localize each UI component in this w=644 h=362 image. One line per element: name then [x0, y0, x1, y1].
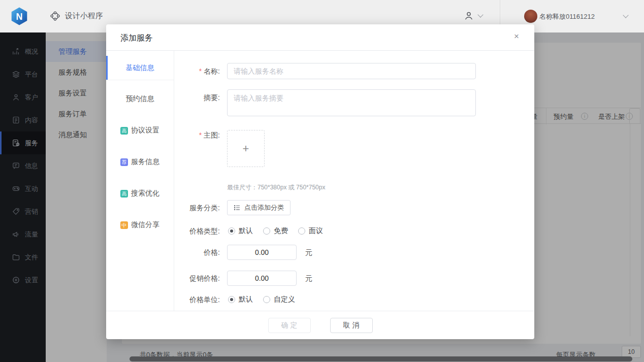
name-input[interactable]: [227, 63, 476, 79]
app: N 设计小程序 名称释放01161212: [0, 0, 644, 362]
list-icon: [234, 204, 241, 211]
account-menu[interactable]: [463, 10, 482, 21]
price-type-label: 价格类型:: [123, 223, 220, 239]
price-type-radio-group: 默认 免费 面议: [228, 223, 323, 239]
image-size-hint: 最佳尺寸：750*380px 或 750*750px: [227, 183, 325, 192]
tab-service-info[interactable]: 荐 服务信息: [106, 150, 174, 174]
radio-dot-icon: [228, 296, 235, 303]
name-label: *名称:: [123, 63, 220, 79]
user-avatar[interactable]: [524, 10, 537, 23]
price-input[interactable]: [227, 245, 297, 260]
price-label: 价格:: [123, 244, 220, 260]
tab-badge: 荐: [120, 158, 128, 166]
radio-dot-icon: [263, 227, 270, 235]
svg-text:N: N: [16, 12, 23, 22]
add-service-modal: 添加服务 × 基础信息 预约信息 高 协议设置 荐 服务信息 高 搜索优化: [106, 24, 534, 339]
add-category-label: 点击添加分类: [244, 203, 284, 212]
required-asterisk: *: [199, 67, 202, 75]
tab-label: 搜索优化: [131, 189, 159, 198]
category-label: 服务分类:: [123, 200, 220, 216]
image-upload-box[interactable]: +: [227, 130, 265, 167]
radio-price-default[interactable]: 默认: [228, 226, 253, 236]
price-unit-yuan: 元: [305, 245, 312, 260]
brand-logo-icon[interactable]: N: [10, 7, 29, 26]
tab-label: 服务信息: [131, 157, 159, 167]
promo-price-input[interactable]: [227, 271, 297, 286]
price-unit-radio-group: 默认 自定义: [228, 291, 295, 308]
radio-unit-custom[interactable]: 自定义: [263, 295, 295, 304]
summary-textarea[interactable]: [227, 89, 476, 116]
price-unit-label: 价格单位:: [123, 291, 220, 308]
radio-dot-icon: [228, 227, 235, 235]
modal-footer: 确 定 取 消: [106, 311, 534, 339]
radio-dot-icon: [263, 296, 270, 303]
radio-price-negotiable[interactable]: 面议: [298, 226, 323, 236]
radio-price-free[interactable]: 免费: [263, 226, 288, 236]
user-chevron-down-icon[interactable]: [623, 12, 628, 18]
nav-app-switcher[interactable]: 设计小程序: [50, 11, 103, 21]
person-icon: [463, 10, 474, 21]
radio-dot-icon: [298, 227, 305, 235]
chevron-down-icon: [477, 12, 483, 17]
promo-price-label: 促销价格:: [123, 270, 220, 286]
app-chain-icon: [50, 11, 60, 21]
close-icon[interactable]: ×: [514, 32, 519, 41]
confirm-button[interactable]: 确 定: [268, 318, 311, 333]
add-category-button[interactable]: 点击添加分类: [227, 200, 291, 215]
required-asterisk: *: [199, 131, 202, 139]
promo-price-unit-yuan: 元: [305, 271, 312, 286]
tab-badge: 高: [120, 190, 128, 198]
main-image-label: *主图:: [123, 127, 220, 143]
cancel-button[interactable]: 取 消: [330, 318, 373, 333]
nav-app-title: 设计小程序: [65, 11, 103, 21]
plus-icon: +: [243, 142, 249, 155]
summary-label: 摘要:: [123, 89, 220, 106]
user-name[interactable]: 名称释放01161212: [539, 12, 598, 21]
radio-unit-default[interactable]: 默认: [228, 295, 253, 304]
